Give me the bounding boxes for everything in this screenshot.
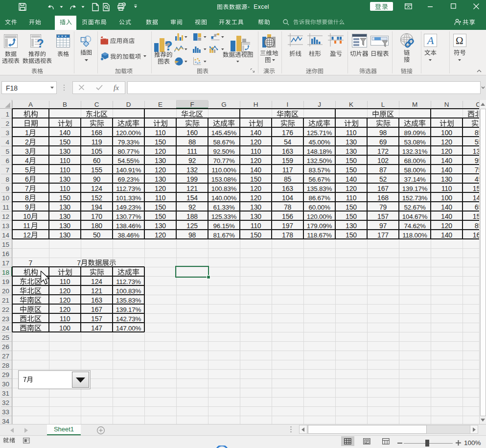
svg-text:A: A <box>426 34 434 47</box>
svg-text:?: ? <box>164 39 173 52</box>
svg-text:Ω: Ω <box>456 35 463 47</box>
svg-text:?: ? <box>37 37 44 48</box>
